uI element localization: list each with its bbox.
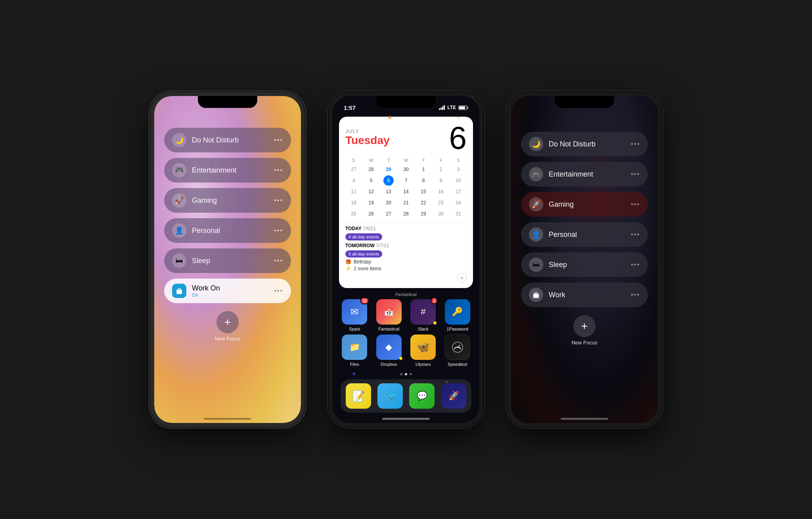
- focus-item-sleep[interactable]: 🛏 Sleep •••: [164, 248, 291, 273]
- focus-options-dark-sleep[interactable]: •••: [631, 261, 640, 268]
- calendar-add-button[interactable]: +: [457, 273, 467, 283]
- gamepad-icon: 🎮: [172, 163, 186, 177]
- calendar-today-label: TODAY 7/6/21: [345, 226, 467, 231]
- launch-center-app-icon[interactable]: 🚀: [441, 383, 466, 409]
- focus-options-dark-work[interactable]: •••: [631, 291, 640, 298]
- cal-cell-10: 10: [453, 175, 463, 186]
- page-dot-3: [410, 373, 412, 375]
- phone2-background: 1:57 LTE: [333, 96, 479, 423]
- focus-item-dark-do-not-disturb[interactable]: 🌙 Do Not Disturb •••: [521, 132, 648, 156]
- speedtest-app-icon[interactable]: [445, 334, 470, 360]
- new-focus-plus-icon: +: [216, 311, 239, 333]
- focus-item-gaming[interactable]: 🚀 Gaming •••: [164, 188, 291, 213]
- phone3-wrapper: 🌙 Do Not Disturb ••• 🎮 Entertainment •••…: [507, 92, 662, 427]
- files-app-icon[interactable]: 📁: [342, 334, 367, 360]
- new-focus-button-dark[interactable]: + New Focus: [571, 315, 597, 346]
- focus-item-dark-personal[interactable]: 👤 Personal •••: [521, 222, 648, 247]
- slack-badge: 2: [431, 297, 438, 304]
- network-label: LTE: [447, 105, 456, 110]
- slack-app-icon[interactable]: # 2: [410, 299, 436, 325]
- cal-cell-11: 11: [349, 186, 359, 197]
- cal-cell-18: 18: [349, 198, 359, 208]
- spark-badge: 32: [360, 297, 369, 304]
- focus-item-entertainment[interactable]: 🎮 Entertainment •••: [164, 158, 291, 183]
- app-grid-row1: ✉ 32 Spark 📅 Fantastical #: [333, 299, 479, 331]
- home-bar-2: [382, 418, 430, 420]
- dropbox-app-icon[interactable]: ◆: [376, 334, 402, 360]
- password-icon: 🔑: [452, 307, 463, 317]
- ulysses-app-icon[interactable]: 🦋: [410, 334, 436, 360]
- cal-cell-27a: 27: [349, 164, 359, 175]
- calendar-today-date: 7/6/21: [363, 226, 376, 231]
- calendar-month: JULY: [345, 128, 359, 134]
- focus-options-dark-gaming[interactable]: •••: [631, 201, 640, 208]
- focus-options-do-not-disturb[interactable]: •••: [274, 136, 283, 144]
- focus-item-work-active[interactable]: Work On On •••: [164, 279, 291, 303]
- signal-bar-3: [442, 106, 443, 110]
- focus-options-entertainment[interactable]: •••: [274, 167, 283, 174]
- signal-bar-4: [444, 105, 445, 110]
- notes-app-icon[interactable]: 📝: [346, 383, 371, 409]
- focus-options-sleep[interactable]: •••: [274, 257, 283, 264]
- cal-cell-24: 24: [453, 198, 463, 208]
- app-item-ulysses[interactable]: 🦋 Ulysses: [409, 334, 437, 367]
- app-item-spark[interactable]: ✉ 32 Spark: [341, 299, 369, 331]
- cal-cell-4: 4: [349, 175, 359, 186]
- dock-item-launch-center[interactable]: 🚀: [440, 383, 467, 409]
- cal-cell-7: 7: [401, 175, 411, 186]
- page-dot-1: [400, 373, 402, 375]
- fantastical-label: Fantastical: [378, 327, 399, 331]
- lightning-icon: ⚡: [345, 266, 351, 271]
- notch-2: [376, 96, 436, 108]
- spark-app-icon[interactable]: ✉ 32: [342, 299, 367, 325]
- app-item-dropbox[interactable]: ◆ Dropbox: [375, 334, 403, 367]
- calendar-day-name: Tuesday: [345, 134, 390, 147]
- focus-label-dark-work: Work: [549, 291, 631, 299]
- focus-options-gaming[interactable]: •••: [274, 197, 283, 204]
- focus-item-personal[interactable]: 👤 Personal •••: [164, 218, 291, 243]
- cal-cell-3: 3: [453, 164, 463, 175]
- app-item-1password[interactable]: 🔑 1Password: [444, 299, 472, 331]
- folder-icon: 📁: [349, 342, 360, 352]
- cal-cell-14: 14: [401, 186, 411, 197]
- calendar-month-row: JULY Tuesday 6: [345, 122, 467, 156]
- focus-options-dark-entertainment[interactable]: •••: [631, 171, 640, 178]
- new-focus-plus-icon-dark: +: [573, 315, 596, 337]
- focus-item-do-not-disturb[interactable]: 🌙 Do Not Disturb •••: [164, 128, 291, 152]
- dock-item-notes[interactable]: 📝: [345, 383, 372, 409]
- fantastical-icon: 📅: [384, 307, 394, 317]
- cal-cell-12: 12: [366, 186, 376, 197]
- app-item-fantastical[interactable]: 📅 Fantastical: [375, 299, 403, 331]
- focus-item-dark-work[interactable]: Work •••: [521, 283, 648, 307]
- fantastical-app-icon[interactable]: 📅: [376, 299, 402, 325]
- focus-options-personal[interactable]: •••: [274, 227, 283, 234]
- ulysses-label: Ulysses: [416, 362, 431, 367]
- focus-item-dark-gaming[interactable]: 🚀 Gaming •••: [521, 192, 648, 217]
- focus-item-dark-entertainment[interactable]: 🎮 Entertainment •••: [521, 162, 648, 186]
- 1password-app-icon[interactable]: 🔑: [445, 299, 470, 325]
- cal-cell-28b: 28: [401, 209, 411, 219]
- cal-cell-13: 13: [383, 186, 394, 197]
- focus-options-dark-personal[interactable]: •••: [631, 231, 640, 238]
- tweetbot-app-icon[interactable]: 🐦: [377, 383, 403, 409]
- more-events-label: 2 more items: [354, 266, 381, 271]
- app-item-speedtest[interactable]: Speedtest: [444, 334, 472, 367]
- focus-item-dark-sleep[interactable]: 🛏 Sleep •••: [521, 252, 648, 277]
- spark-label: Spark: [349, 327, 360, 331]
- new-focus-button-light[interactable]: + New Focus: [214, 311, 240, 342]
- focus-options-dark-dnd[interactable]: •••: [631, 140, 640, 148]
- cal-cell-30b: 30: [436, 209, 446, 219]
- moon-icon: 🌙: [172, 133, 186, 147]
- cal-cell-2: 2: [436, 164, 446, 175]
- messages-app-icon[interactable]: 💬: [409, 383, 435, 409]
- person-icon: 👤: [172, 223, 186, 238]
- work-icon-dark: [529, 288, 543, 302]
- app-item-slack[interactable]: # 2 Slack: [409, 299, 437, 331]
- app-item-files[interactable]: 📁 Files: [341, 334, 369, 367]
- focus-label-dark-do-not-disturb: Do Not Disturb: [549, 140, 631, 148]
- dock-item-messages[interactable]: 💬: [408, 383, 436, 409]
- focus-options-work[interactable]: •••: [274, 287, 283, 294]
- svg-rect-1: [178, 288, 180, 290]
- battery-indicator: [458, 106, 468, 110]
- dock-item-tweetbot[interactable]: 🐦: [376, 383, 404, 409]
